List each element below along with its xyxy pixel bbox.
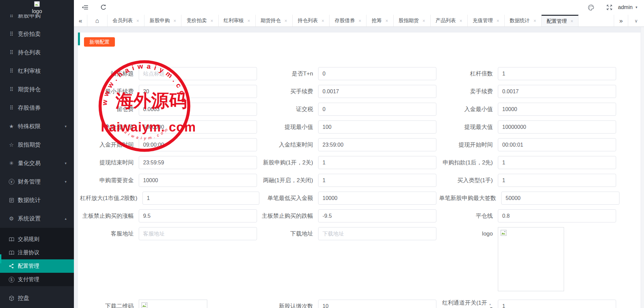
tab-product-list[interactable]: 产品列表× bbox=[431, 15, 468, 27]
field-label: 提现开始时间 bbox=[439, 141, 498, 149]
close-icon[interactable]: × bbox=[136, 18, 139, 23]
tab-stock-lending[interactable]: 存股借券× bbox=[330, 15, 367, 27]
field-input[interactable] bbox=[142, 192, 259, 205]
form-field: 提现最小值 bbox=[259, 120, 439, 134]
user-menu[interactable]: admin ▼ bbox=[618, 0, 638, 15]
field-input[interactable] bbox=[501, 192, 619, 205]
field-label: 红利通道开关(1开，2 bbox=[439, 300, 498, 308]
tab-label: 配置管理 bbox=[547, 18, 567, 24]
field-label: 留仓费 bbox=[80, 105, 139, 113]
tab-grab-chips[interactable]: 抢筹× bbox=[367, 15, 393, 27]
field-input[interactable] bbox=[498, 85, 616, 98]
field-label: 入金最大值 bbox=[80, 123, 139, 131]
close-icon[interactable]: × bbox=[385, 18, 388, 23]
close-icon[interactable]: × bbox=[570, 18, 573, 24]
sidebar-item-stock-lending[interactable]: ⠿ 存股借券 bbox=[0, 99, 74, 117]
sidebar-item-special-perms[interactable]: ★ 特殊权限 ▼ bbox=[0, 117, 74, 136]
field-input[interactable] bbox=[498, 120, 616, 134]
vertical-scrollbar[interactable] bbox=[641, 27, 644, 308]
close-icon[interactable]: × bbox=[210, 18, 213, 23]
collapse-sidebar-icon[interactable] bbox=[82, 0, 89, 15]
sidebar-item-quant-trading[interactable]: ✳ 量化交易 ▼ bbox=[0, 154, 74, 172]
field-input[interactable] bbox=[318, 192, 436, 205]
close-icon[interactable]: × bbox=[533, 18, 536, 23]
chevron-down-icon: ▼ bbox=[64, 162, 67, 165]
tab-futures-positions[interactable]: 期货持仓× bbox=[256, 15, 293, 27]
field-input[interactable] bbox=[139, 120, 257, 134]
field-input[interactable] bbox=[318, 120, 436, 134]
sidebar-item-dividend-audit[interactable]: ⠿ 红利审核 bbox=[0, 62, 74, 80]
field-input[interactable] bbox=[498, 103, 616, 116]
field-input[interactable] bbox=[318, 300, 436, 308]
field-input[interactable] bbox=[498, 300, 616, 308]
sidebar-item-market-control[interactable]: 控盘 bbox=[0, 289, 74, 307]
field-input[interactable] bbox=[318, 138, 436, 151]
ledger-icon bbox=[8, 197, 15, 203]
field-input[interactable] bbox=[139, 209, 257, 222]
field-input[interactable] bbox=[139, 138, 257, 151]
field-label: 入金最小值 bbox=[439, 105, 498, 113]
sidebar-scroll-thumb[interactable] bbox=[0, 254, 1, 263]
qrcode-upload-box[interactable] bbox=[139, 300, 207, 308]
field-input[interactable] bbox=[498, 156, 616, 169]
field-input[interactable] bbox=[318, 85, 436, 98]
close-icon[interactable]: × bbox=[497, 18, 499, 23]
field-input[interactable] bbox=[318, 103, 436, 116]
sidebar-item-futures[interactable]: ⠿ 期货持仓 bbox=[0, 80, 74, 99]
close-icon[interactable]: × bbox=[321, 18, 324, 23]
field-input[interactable] bbox=[318, 156, 436, 169]
close-icon[interactable]: × bbox=[248, 18, 250, 23]
field-input[interactable] bbox=[139, 156, 257, 169]
tabs-scroll-left-icon[interactable]: « bbox=[74, 15, 87, 27]
sidebar-item-finance[interactable]: ¥ 财务管理 ▼ bbox=[0, 172, 74, 191]
field-label: 杠杆倍数 bbox=[439, 70, 498, 78]
field-input[interactable] bbox=[318, 174, 436, 187]
tab-label: 存股借券 bbox=[335, 17, 355, 24]
sidebar-item-data-stats[interactable]: 数据统计 bbox=[0, 191, 74, 209]
close-icon[interactable]: × bbox=[285, 18, 287, 23]
field-input[interactable] bbox=[498, 138, 616, 151]
tab-dividend-audit[interactable]: 红利审核× bbox=[219, 15, 256, 27]
tab-new-stock[interactable]: 新股申购× bbox=[144, 15, 181, 27]
field-input[interactable] bbox=[498, 174, 616, 187]
tab-data-stats[interactable]: 数据统计× bbox=[505, 15, 542, 27]
field-input[interactable] bbox=[139, 103, 257, 116]
field-input[interactable] bbox=[498, 209, 616, 222]
theme-palette-icon[interactable] bbox=[588, 0, 595, 15]
tab-position-list[interactable]: 持仓列表× bbox=[293, 15, 330, 27]
field-input[interactable] bbox=[318, 67, 436, 80]
sidebar-item-trade-rules[interactable]: 交易规则 bbox=[0, 233, 74, 246]
close-icon[interactable]: × bbox=[423, 18, 425, 23]
tab-member-list[interactable]: 会员列表× bbox=[108, 15, 144, 27]
download-address-input[interactable] bbox=[318, 227, 436, 240]
tab-index-futures[interactable]: 股指期货× bbox=[394, 15, 431, 27]
tab-recharge-management[interactable]: 充值管理× bbox=[468, 15, 505, 27]
field-input[interactable] bbox=[139, 174, 257, 187]
form-field: 提现开始时间 bbox=[439, 138, 622, 151]
field-input[interactable] bbox=[318, 209, 436, 222]
close-icon[interactable]: × bbox=[460, 18, 462, 23]
refresh-icon[interactable] bbox=[100, 0, 107, 15]
sidebar-item-index-futures[interactable]: ☆ 股指期货 bbox=[0, 136, 74, 154]
sidebar-item-register-agreement[interactable]: 注册协议 bbox=[0, 246, 74, 259]
fullscreen-icon[interactable] bbox=[606, 0, 613, 15]
close-icon[interactable]: × bbox=[173, 18, 176, 23]
field-input[interactable] bbox=[139, 85, 257, 98]
sidebar-item-system-settings[interactable]: ⚙ 系统设置 ▲ bbox=[0, 209, 74, 228]
chevron-down-icon: ▼ bbox=[635, 6, 638, 9]
add-config-button[interactable]: 新增配置 bbox=[84, 37, 115, 47]
sidebar-item-positions[interactable]: ⠿ 持仓列表 bbox=[0, 43, 74, 62]
home-tab-icon[interactable]: ⌂ bbox=[87, 15, 108, 27]
sidebar-item-config-management[interactable]: 配置管理 bbox=[0, 259, 74, 273]
service-address-input[interactable] bbox=[139, 227, 257, 240]
tab-auction[interactable]: 竞价拍卖× bbox=[181, 15, 218, 27]
tabs-menu-icon[interactable]: ∨ bbox=[628, 15, 644, 27]
site-title-input[interactable] bbox=[139, 67, 257, 80]
tabs-scroll-right-icon[interactable]: » bbox=[614, 15, 628, 27]
sidebar-item-auction[interactable]: ⠿ 竞价拍卖 bbox=[0, 25, 74, 43]
logo-upload-box[interactable] bbox=[498, 227, 564, 291]
tab-config-management[interactable]: 配置管理× bbox=[542, 15, 578, 27]
close-icon[interactable]: × bbox=[358, 18, 361, 23]
field-input[interactable] bbox=[498, 67, 616, 80]
sidebar-item-payment-management[interactable]: $ 支付管理 bbox=[0, 273, 74, 286]
